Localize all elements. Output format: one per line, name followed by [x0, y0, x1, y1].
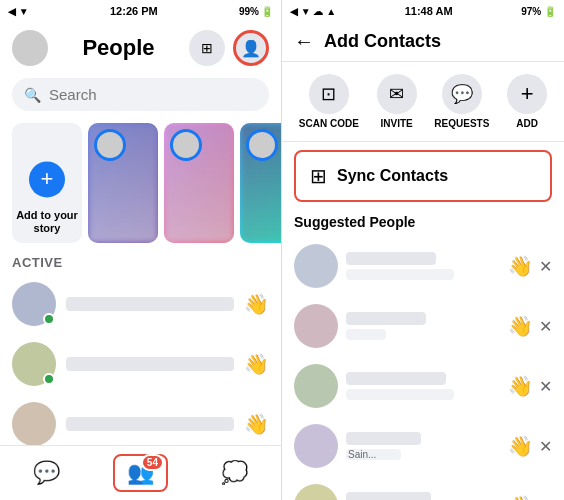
left-battery: 99% 🔋 — [239, 6, 273, 17]
wave-button-1[interactable]: 👋 — [508, 254, 533, 278]
right-time: 11:48 AM — [405, 5, 453, 17]
search-input[interactable] — [49, 86, 257, 103]
right-panel: ◀ ▼ ☁ ▲ 11:48 AM 97% 🔋 ← Add Contacts ⊡ … — [282, 0, 564, 500]
left-signal-icon: ◀ ▼ — [8, 6, 29, 17]
active-section-label: ACTIVE — [0, 251, 281, 274]
header-icons: ⊞ 👤 — [189, 30, 269, 66]
wave-icon-3[interactable]: 👋 — [244, 412, 269, 436]
sync-icon: ⊞ — [310, 164, 327, 188]
online-indicator-1 — [43, 313, 55, 325]
story-item-3[interactable] — [240, 123, 281, 243]
search-bar: 🔍 — [12, 78, 269, 111]
add-story-button[interactable]: + Add to your story — [12, 123, 82, 243]
contact-item[interactable]: 👋 — [0, 394, 281, 445]
suggested-info-2 — [346, 312, 500, 340]
contact-name-2 — [66, 357, 234, 371]
contact-item[interactable]: 👋 — [0, 274, 281, 334]
suggested-avatar-1 — [294, 244, 338, 288]
suggested-info-5 — [346, 492, 500, 500]
suggested-name-4 — [346, 432, 421, 445]
contact-name-3 — [66, 417, 234, 431]
dismiss-button-3[interactable]: ✕ — [539, 377, 552, 396]
right-status-bar: ◀ ▼ ☁ ▲ 11:48 AM 97% 🔋 — [282, 0, 564, 22]
suggested-item: 👋 ✕ — [282, 476, 564, 500]
suggested-item: 👋 ✕ — [282, 296, 564, 356]
nav-stories[interactable]: 💭 — [209, 456, 260, 490]
contact-item[interactable]: 👋 — [0, 334, 281, 394]
suggested-item: Sain... 👋 ✕ — [282, 416, 564, 476]
add-label: ADD — [516, 118, 538, 129]
add-option[interactable]: + ADD — [507, 74, 547, 129]
suggested-item: 👋 ✕ — [282, 236, 564, 296]
sync-contacts-label: Sync Contacts — [337, 167, 448, 185]
right-battery: 97% 🔋 — [521, 6, 556, 17]
contact-name-1 — [66, 297, 234, 311]
suggested-avatar-2 — [294, 304, 338, 348]
wave-icon-1[interactable]: 👋 — [244, 292, 269, 316]
invite-option[interactable]: ✉ INVITE — [377, 74, 417, 129]
suggested-avatar-4 — [294, 424, 338, 468]
grid-icon-button[interactable]: ⊞ — [189, 30, 225, 66]
dismiss-button-2[interactable]: ✕ — [539, 317, 552, 336]
stories-icon: 💭 — [221, 460, 248, 486]
contact-list: 👋 👋 👋 👋 — [0, 274, 281, 445]
suggested-info-1 — [346, 252, 500, 280]
requests-label: REQUESTS — [434, 118, 489, 129]
nav-chat[interactable]: 💬 — [21, 456, 72, 490]
wave-button-4[interactable]: 👋 — [508, 434, 533, 458]
back-button[interactable]: ← — [294, 30, 314, 53]
suggested-actions-4: 👋 ✕ — [508, 434, 552, 458]
requests-option[interactable]: 💬 REQUESTS — [434, 74, 489, 129]
story-item-1[interactable] — [88, 123, 158, 243]
story-avatar-2 — [170, 129, 202, 161]
chat-icon: 💬 — [33, 460, 60, 486]
add-options-row: ⊡ SCAN CODE ✉ INVITE 💬 REQUESTS + ADD — [282, 62, 564, 142]
wave-button-5[interactable]: 👋 — [508, 494, 533, 500]
suggested-item: 👋 ✕ — [282, 356, 564, 416]
suggested-actions-1: 👋 ✕ — [508, 254, 552, 278]
left-status-bar: ◀ ▼ 12:26 PM 99% 🔋 — [0, 0, 281, 22]
story-item-2[interactable] — [164, 123, 234, 243]
add-story-plus-icon: + — [29, 161, 65, 197]
nav-people[interactable]: 👥 54 — [113, 454, 168, 492]
add-contact-icon-button[interactable]: 👤 — [233, 30, 269, 66]
user-avatar[interactable] — [12, 30, 48, 66]
add-icon: + — [507, 74, 547, 114]
right-title: Add Contacts — [324, 31, 441, 52]
suggested-avatar-3 — [294, 364, 338, 408]
left-battery-icon: 🔋 — [261, 6, 273, 17]
contact-avatar-2 — [12, 342, 56, 386]
sync-contacts-button[interactable]: ⊞ Sync Contacts — [294, 150, 552, 202]
bottom-nav: 💬 👥 54 💭 — [0, 445, 281, 500]
story-avatar-1 — [94, 129, 126, 161]
people-badge: 54 — [141, 454, 164, 471]
dismiss-button-1[interactable]: ✕ — [539, 257, 552, 276]
dismiss-button-4[interactable]: ✕ — [539, 437, 552, 456]
scan-code-option[interactable]: ⊡ SCAN CODE — [299, 74, 359, 129]
invite-label: INVITE — [380, 118, 412, 129]
suggested-name-1 — [346, 252, 436, 265]
right-status-icons: ◀ ▼ ☁ ▲ — [290, 6, 336, 17]
stories-row: + Add to your story — [0, 119, 281, 251]
suggested-name-2 — [346, 312, 426, 325]
wave-button-2[interactable]: 👋 — [508, 314, 533, 338]
suggested-sub-3 — [346, 389, 454, 400]
left-time: 12:26 PM — [110, 5, 158, 17]
invite-icon: ✉ — [377, 74, 417, 114]
suggested-actions-5: 👋 ✕ — [508, 494, 552, 500]
contact-avatar-1 — [12, 282, 56, 326]
left-panel: ◀ ▼ 12:26 PM 99% 🔋 People ⊞ 👤 🔍 + Add to… — [0, 0, 282, 500]
suggested-info-4: Sain... — [346, 432, 500, 460]
wave-icon-2[interactable]: 👋 — [244, 352, 269, 376]
scan-code-label: SCAN CODE — [299, 118, 359, 129]
suggested-actions-2: 👋 ✕ — [508, 314, 552, 338]
suggested-section-label: Suggested People — [282, 210, 564, 236]
contact-avatar-3 — [12, 402, 56, 445]
page-title: People — [82, 35, 154, 61]
scan-code-icon: ⊡ — [309, 74, 349, 114]
dismiss-button-5[interactable]: ✕ — [539, 497, 552, 501]
suggested-name-5 — [346, 492, 431, 500]
suggested-info-3 — [346, 372, 500, 400]
story-avatar-3 — [246, 129, 278, 161]
wave-button-3[interactable]: 👋 — [508, 374, 533, 398]
